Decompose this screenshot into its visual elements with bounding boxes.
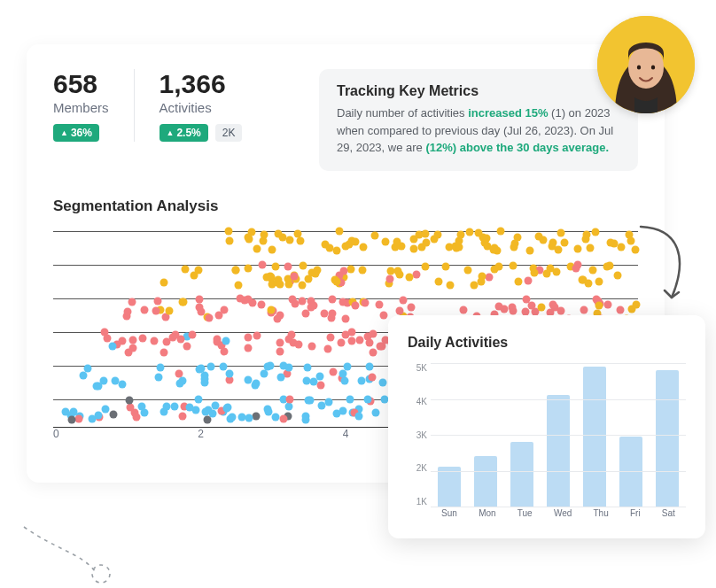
avatar[interactable] — [597, 16, 695, 113]
scatter-point — [160, 279, 167, 287]
x-tick: Wed — [554, 508, 572, 522]
daily-activities-chart: 5K4K3K2K1K SunMonTueWedThuFriSat — [408, 363, 686, 522]
scatter-point — [380, 311, 388, 319]
scatter-point — [260, 231, 268, 239]
scatter-point — [595, 301, 603, 309]
scatter-point — [369, 374, 377, 382]
scatter-point — [422, 238, 430, 246]
bar[interactable] — [474, 456, 497, 507]
scatter-point — [616, 306, 624, 313]
scatter-point — [139, 335, 147, 343]
scatter-point — [358, 377, 366, 385]
scatter-point — [509, 262, 517, 270]
scatter-point — [341, 243, 349, 251]
scatter-point — [333, 278, 341, 286]
scatter-point — [160, 349, 167, 357]
scatter-point — [196, 366, 204, 374]
scatter-point — [394, 267, 402, 275]
scatter-point — [342, 314, 350, 322]
scatter-point — [406, 274, 414, 282]
scatter-point — [408, 303, 416, 311]
y-tick: 2K — [408, 463, 427, 473]
scatter-point — [538, 304, 546, 312]
bar[interactable] — [583, 367, 606, 507]
stat-activities-extra: 2K — [215, 124, 243, 142]
scatter-point — [262, 273, 270, 281]
stat-activities-delta: 2.5% — [160, 124, 208, 142]
scatter-point — [195, 395, 203, 403]
scatter-point — [346, 395, 354, 403]
scatter-point — [124, 307, 132, 315]
scatter-point — [347, 265, 355, 273]
scatter-point — [92, 383, 100, 391]
scatter-point — [521, 307, 529, 315]
x-tick: Mon — [479, 508, 495, 522]
scatter-point — [433, 230, 441, 238]
scatter-point — [589, 267, 597, 275]
scatter-point — [181, 265, 189, 273]
scatter-point — [238, 414, 246, 422]
scatter-point — [539, 236, 547, 244]
scatter-point — [171, 402, 179, 410]
scatter-point — [489, 246, 497, 254]
scatter-point — [234, 282, 242, 290]
scatter-point — [285, 236, 293, 244]
scatter-point — [111, 376, 119, 384]
bar[interactable] — [510, 442, 533, 507]
scatter-point — [526, 247, 534, 255]
stat-activities: 1,366 Activities 2.5% 2K — [134, 69, 268, 142]
scatter-point — [177, 335, 185, 343]
scatter-point — [359, 243, 367, 251]
scatter-point — [232, 267, 240, 275]
daily-activities-card: Daily Activities 5K4K3K2K1K SunMonTueWed… — [388, 315, 705, 538]
scatter-point — [591, 228, 599, 236]
scatter-point — [280, 415, 288, 423]
insight-body: Daily number of activities increased 15%… — [337, 104, 620, 157]
scatter-point — [543, 270, 551, 278]
scatter-point — [225, 369, 233, 377]
scatter-point — [524, 277, 532, 285]
scatter-point — [393, 238, 401, 246]
scatter-point — [301, 412, 309, 420]
scatter-point — [341, 377, 349, 385]
scatter-point — [304, 397, 312, 405]
scatter-point — [245, 235, 253, 243]
scatter-point — [301, 309, 309, 317]
scatter-point — [205, 313, 213, 321]
scatter-point — [329, 310, 337, 318]
scatter-point — [253, 244, 261, 252]
scatter-point — [515, 277, 523, 285]
y-tick: 3K — [408, 430, 427, 440]
scatter-point — [245, 344, 253, 352]
daily-x-axis: SunMonTueWedThuFriSat — [431, 508, 686, 522]
scatter-point — [179, 412, 187, 420]
scatter-point — [277, 374, 285, 382]
scatter-point — [386, 275, 394, 283]
scatter-point — [294, 340, 302, 348]
scatter-point — [128, 337, 136, 344]
svg-point-4 — [92, 565, 110, 583]
scatter-point — [222, 337, 230, 345]
scatter-point — [603, 262, 611, 270]
scatter-point — [225, 228, 233, 236]
scatter-point — [511, 239, 519, 247]
bar[interactable] — [619, 437, 642, 507]
scatter-point — [370, 231, 378, 239]
scatter-point — [264, 363, 272, 371]
scatter-point — [101, 405, 109, 413]
scatter-point — [95, 411, 103, 419]
bar[interactable] — [438, 467, 461, 507]
svg-point-3 — [651, 65, 655, 69]
x-tick: 2 — [198, 428, 204, 447]
scatter-point — [366, 339, 374, 347]
scatter-point — [395, 306, 403, 314]
scatter-point — [497, 228, 505, 236]
bar[interactable] — [656, 370, 679, 507]
scatter-point — [549, 238, 557, 246]
scatter-point — [351, 302, 359, 310]
scatter-point — [310, 377, 318, 385]
bar[interactable] — [547, 395, 570, 507]
scatter-point — [157, 363, 165, 371]
insight-highlight-1: increased 15% — [468, 106, 548, 120]
scatter-point — [226, 415, 234, 423]
